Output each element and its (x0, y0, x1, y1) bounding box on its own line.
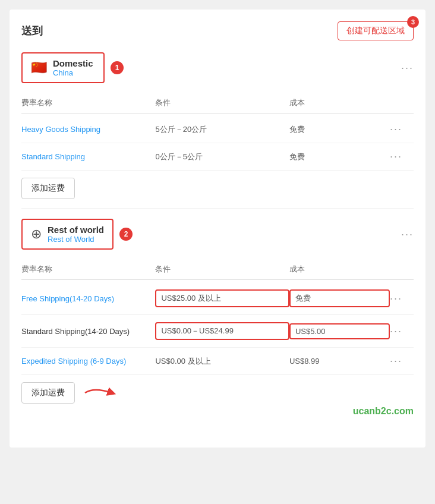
row-more-icon[interactable]: ··· (390, 123, 414, 136)
page-title: 送到 (21, 24, 43, 38)
domestic-col-condition: 条件 (155, 97, 289, 108)
domestic-col-rate-name: 费率名称 (21, 97, 155, 108)
domestic-table-header: 费率名称 条件 成本 (21, 93, 414, 114)
table-row: Expedited Shipping (6-9 Days) US$0.00 及以… (21, 348, 414, 375)
restofworld-zone-info: Rest of world Rest of World (48, 225, 104, 244)
row-more-icon[interactable]: ··· (390, 150, 414, 163)
row-more-icon[interactable]: ··· (390, 292, 414, 305)
domestic-zone-section: 🇨🇳 Domestic China 1 ··· 费率名称 条件 成本 Heavy… (21, 52, 414, 209)
row-more-icon[interactable]: ··· (390, 325, 414, 338)
rate-name[interactable]: Standard Shipping (21, 152, 155, 161)
table-row: Standard Shipping(14-20 Days) US$0.00－US… (21, 315, 414, 348)
restofworld-add-rate-button[interactable]: 添加运费 (21, 382, 75, 404)
restofworld-more-icon[interactable]: ··· (401, 228, 414, 241)
rate-cost: 免费 (289, 124, 390, 135)
table-row: Heavy Goods Shipping 5公斤－20公斤 免费 ··· (21, 116, 414, 143)
domestic-zone-box: 🇨🇳 Domestic China (21, 52, 105, 83)
rate-condition-highlighted: US$0.00－US$24.99 (155, 322, 289, 340)
badge-3: 3 (407, 16, 419, 28)
rate-name: Standard Shipping(14-20 Days) (21, 327, 155, 336)
rate-cost: US$8.99 (289, 357, 390, 366)
rate-name[interactable]: Expedited Shipping (6-9 Days) (21, 357, 155, 366)
restofworld-zone-name: Rest of world (48, 225, 104, 235)
domestic-zone-header: 🇨🇳 Domestic China 1 ··· (21, 52, 414, 83)
domestic-col-cost: 成本 (289, 97, 390, 108)
add-rate-row: 添加运费 (21, 382, 414, 404)
row-more-icon[interactable]: ··· (390, 355, 414, 367)
rate-name[interactable]: Heavy Goods Shipping (21, 125, 155, 134)
create-zone-label: 创建可配送区域 (346, 26, 405, 35)
rate-cost-highlighted: US$5.00 (289, 323, 390, 339)
restofworld-zone-section: ⊕ Rest of world Rest of World 2 ··· 费率名称… (21, 219, 414, 426)
domestic-more-icon[interactable]: ··· (401, 62, 414, 74)
restofworld-zone-header-left: ⊕ Rest of world Rest of World 2 (21, 219, 133, 250)
rate-condition: 0公斤－5公斤 (155, 152, 289, 162)
watermark: ucanb2c.com (21, 406, 414, 417)
domestic-zone-name: Domestic (53, 58, 93, 68)
table-row: Standard Shipping 0公斤－5公斤 免费 ··· (21, 143, 414, 171)
domestic-badge: 1 (111, 61, 124, 74)
restofworld-table-header: 费率名称 条件 成本 (21, 259, 414, 280)
rate-condition-highlighted: US$25.00 及以上 (155, 289, 289, 307)
restofworld-col-rate-name: 费率名称 (21, 264, 155, 275)
domestic-add-rate-button[interactable]: 添加运费 (21, 178, 75, 199)
restofworld-col-condition: 条件 (155, 264, 289, 275)
domestic-zone-header-left: 🇨🇳 Domestic China 1 (21, 52, 124, 83)
restofworld-zone-sub: Rest of World (48, 235, 104, 244)
create-zone-button[interactable]: 3 创建可配送区域 (338, 21, 414, 40)
arrow-icon (82, 384, 118, 402)
rate-condition: 5公斤－20公斤 (155, 124, 289, 135)
restofworld-zone-header: ⊕ Rest of world Rest of World 2 ··· (21, 219, 414, 250)
page-header: 送到 3 创建可配送区域 (21, 21, 414, 40)
restofworld-badge: 2 (119, 228, 133, 241)
domestic-zone-sub: China (53, 68, 93, 77)
rate-cost: 免费 (289, 152, 390, 162)
restofworld-col-cost: 成本 (289, 264, 390, 275)
china-flag-icon: 🇨🇳 (31, 60, 47, 75)
table-row: Free Shipping(14-20 Days) US$25.00 及以上 免… (21, 282, 414, 315)
rate-condition: US$0.00 及以上 (155, 356, 289, 367)
page-container: 送到 3 创建可配送区域 🇨🇳 Domestic China 1 ··· (10, 10, 425, 448)
restofworld-zone-box: ⊕ Rest of world Rest of World (21, 219, 114, 250)
rate-cost-highlighted: 免费 (289, 289, 390, 307)
domestic-zone-info: Domestic China (53, 58, 93, 77)
globe-icon: ⊕ (31, 226, 42, 242)
rate-name[interactable]: Free Shipping(14-20 Days) (21, 294, 155, 303)
